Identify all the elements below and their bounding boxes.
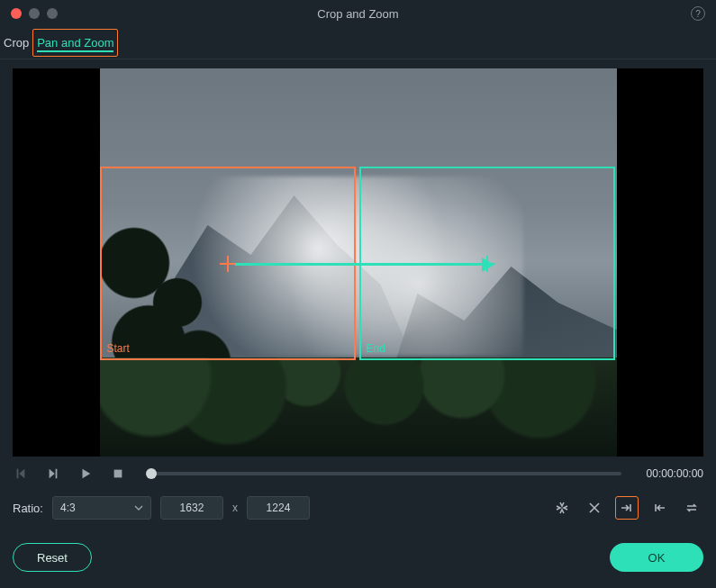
start-frame-label: Start <box>107 342 130 355</box>
end-frame-handle-tr[interactable] <box>603 167 615 179</box>
svg-rect-0 <box>114 470 122 478</box>
window-minimize-button[interactable] <box>29 8 40 19</box>
ratio-label: Ratio: <box>13 502 43 515</box>
tab-crop[interactable]: Crop <box>0 27 32 59</box>
preview-frame: Start End <box>13 68 703 457</box>
width-input[interactable] <box>160 496 223 520</box>
preview-forest <box>100 357 617 457</box>
end-frame-label: End <box>367 342 385 355</box>
stop-button[interactable] <box>110 466 126 482</box>
pan-direction-arrow <box>235 263 485 266</box>
start-frame-handle-br[interactable] <box>343 348 356 360</box>
start-frame-center-icon <box>220 256 236 272</box>
dimension-separator: x <box>232 502 238 514</box>
height-input[interactable] <box>247 496 310 520</box>
zoom-fit-button[interactable] <box>550 496 574 520</box>
window-title: Crop and Zoom <box>317 7 398 21</box>
help-icon[interactable]: ? <box>691 6 705 21</box>
start-frame-handle-tr[interactable] <box>343 167 356 179</box>
ok-button[interactable]: OK <box>610 543 703 572</box>
end-frame-handle-tl[interactable] <box>359 167 372 179</box>
end-frame-center-icon <box>479 256 495 272</box>
end-frame-handle-br[interactable] <box>603 348 615 360</box>
start-frame-handle-tl[interactable] <box>100 167 113 179</box>
swap-frames-button[interactable] <box>680 496 703 520</box>
step-forward-button[interactable] <box>45 466 61 482</box>
play-button[interactable] <box>77 466 94 482</box>
zoom-in-right-button[interactable] <box>615 496 639 520</box>
tab-pan-and-zoom[interactable]: Pan and Zoom <box>32 29 118 57</box>
chevron-down-icon <box>134 503 143 512</box>
ratio-select[interactable]: 4:3 <box>52 496 151 520</box>
zoom-in-left-button[interactable] <box>648 496 671 520</box>
playback-slider-thumb[interactable] <box>146 468 157 479</box>
step-back-button[interactable] <box>13 466 29 482</box>
timecode: 00:00:00:00 <box>647 467 703 480</box>
ratio-select-value: 4:3 <box>60 502 76 514</box>
window-close-button[interactable] <box>11 8 22 19</box>
reset-button[interactable]: Reset <box>13 543 92 572</box>
playback-slider[interactable] <box>151 472 621 475</box>
window-maximize-button[interactable] <box>47 8 58 19</box>
remove-zoom-button[interactable] <box>583 496 606 520</box>
video-canvas[interactable]: Start End <box>100 68 617 457</box>
